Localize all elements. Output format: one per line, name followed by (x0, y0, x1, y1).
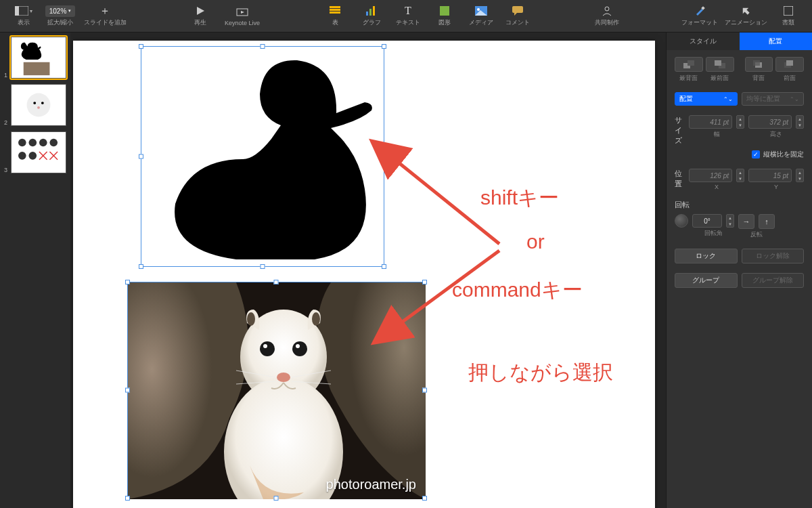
resize-handle[interactable] (274, 280, 279, 284)
svg-marker-2 (197, 7, 204, 15)
svg-point-43 (312, 312, 320, 326)
svg-point-46 (292, 341, 307, 356)
position-label: 位置 (675, 169, 685, 189)
svg-rect-5 (330, 6, 340, 8)
svg-point-13 (477, 8, 480, 11)
zoom-value: 102%▾ (45, 5, 76, 17)
width-stepper[interactable]: ▲▼ (736, 115, 744, 129)
svg-point-31 (39, 139, 47, 147)
resize-handle[interactable] (422, 280, 427, 284)
thumbnail-3[interactable]: 3 (4, 131, 66, 173)
angle-stepper[interactable]: ▲▼ (726, 214, 734, 228)
annotation-press: 押しながら選択 (468, 359, 613, 387)
align-dropdown[interactable]: 配置⌃⌄ (675, 92, 738, 106)
annotation-command: commandキー (452, 276, 583, 304)
svg-rect-7 (330, 12, 340, 14)
resize-handle[interactable] (382, 264, 386, 269)
table-button[interactable]: 表 (317, 2, 353, 30)
resize-handle[interactable] (139, 44, 143, 49)
duck-shape (141, 47, 385, 268)
play-button[interactable]: 再生 (182, 2, 219, 30)
distribute-dropdown[interactable]: 均等に配置⌃⌄ (742, 92, 805, 106)
format-button[interactable]: フォーマット (678, 2, 721, 30)
resize-handle[interactable] (261, 44, 265, 49)
flip-horizontal-button[interactable]: → (738, 214, 754, 229)
lock-aspect-checkbox[interactable]: ✓縦横比を固定 (675, 150, 804, 159)
x-stepper[interactable]: ▲▼ (736, 169, 744, 182)
height-stepper[interactable]: ▲▼ (796, 115, 804, 129)
bring-forward-button[interactable] (775, 57, 804, 72)
thumbnail-2[interactable]: 2 (4, 84, 66, 126)
svg-point-42 (247, 312, 255, 326)
tab-style[interactable]: スタイル (667, 33, 740, 50)
x-field[interactable]: 126 pt (689, 169, 732, 182)
svg-rect-60 (753, 60, 760, 66)
width-field[interactable]: 411 pt (689, 115, 732, 129)
document-button[interactable]: 書類 (770, 2, 807, 30)
selection-duck[interactable] (141, 46, 384, 267)
resize-handle[interactable] (274, 496, 279, 501)
chart-icon (366, 5, 377, 17)
document-icon (784, 5, 793, 17)
shape-button[interactable]: 図形 (426, 2, 463, 30)
collaborate-button[interactable]: 共同制作 (587, 2, 627, 30)
resize-handle[interactable] (382, 44, 386, 49)
resize-handle[interactable] (139, 264, 143, 269)
resize-handle[interactable] (422, 388, 427, 393)
resize-handle[interactable] (261, 264, 265, 269)
comment-button[interactable]: コメント (499, 2, 536, 30)
svg-rect-15 (512, 6, 523, 13)
unlock-button[interactable]: ロック解除 (742, 249, 805, 263)
svg-marker-19 (740, 5, 751, 16)
resize-handle[interactable] (382, 154, 386, 159)
resize-handle[interactable] (125, 388, 130, 393)
add-slide-button[interactable]: ＋ スライドを追加 (78, 2, 131, 30)
flip-vertical-button[interactable]: ↑ (759, 214, 775, 229)
tab-arrange[interactable]: 配置 (740, 33, 813, 50)
svg-rect-11 (440, 6, 449, 16)
svg-rect-6 (330, 9, 340, 11)
svg-rect-10 (373, 6, 375, 16)
size-label: サイズ (675, 115, 685, 146)
group-button[interactable]: グループ (675, 273, 738, 288)
ungroup-button[interactable]: グループ解除 (742, 273, 805, 288)
inspector: スタイル 配置 最背面 最前面 背面 前面 配置⌃⌄ 均等に配置⌃⌄ サイズ (666, 33, 812, 508)
text-button[interactable]: T テキスト (390, 2, 426, 30)
send-backward-button[interactable] (745, 57, 773, 72)
y-field[interactable]: 15 pt (748, 169, 792, 182)
bring-to-front-button[interactable] (706, 57, 734, 72)
slide: photoroamer.jp shiftキー or commandキー 押しなが… (73, 41, 655, 508)
text-icon: T (405, 5, 411, 17)
view-button[interactable]: ▾ 表示 (5, 2, 42, 30)
format-icon (694, 5, 705, 17)
keynote-live-button[interactable]: Keynote Live (219, 3, 266, 29)
send-to-back-button[interactable] (675, 57, 703, 72)
lock-button[interactable]: ロック (675, 249, 738, 263)
media-button[interactable]: メディア (463, 2, 499, 30)
order-controls: 最背面 最前面 背面 前面 (675, 57, 804, 83)
selection-photo[interactable]: photoroamer.jp (127, 282, 425, 499)
resize-handle[interactable] (125, 496, 130, 501)
resize-handle[interactable] (125, 280, 130, 284)
rotation-knob[interactable] (675, 214, 688, 228)
inspector-tabs: スタイル 配置 (667, 33, 812, 50)
play-icon (196, 5, 205, 17)
collaborate-icon (601, 5, 613, 17)
view-icon: ▾ (15, 5, 32, 17)
svg-rect-56 (687, 60, 694, 66)
y-stepper[interactable]: ▲▼ (796, 169, 804, 182)
animation-button[interactable]: アニメーション (721, 2, 770, 30)
svg-rect-62 (786, 60, 793, 66)
chart-button[interactable]: グラフ (353, 2, 390, 30)
height-field[interactable]: 372 pt (748, 115, 792, 129)
thumbnail-1[interactable]: 1 (4, 37, 66, 79)
watermark: photoroamer.jp (326, 477, 416, 492)
zoom-button[interactable]: 102%▾ 拡大/縮小 (42, 2, 78, 30)
resize-handle[interactable] (139, 154, 143, 159)
svg-point-27 (37, 106, 40, 109)
annotation-or: or (526, 230, 545, 253)
plus-icon: ＋ (99, 5, 110, 17)
angle-field[interactable]: 0° (692, 214, 722, 228)
resize-handle[interactable] (422, 496, 427, 501)
canvas[interactable]: photoroamer.jp shiftキー or commandキー 押しなが… (70, 33, 666, 508)
